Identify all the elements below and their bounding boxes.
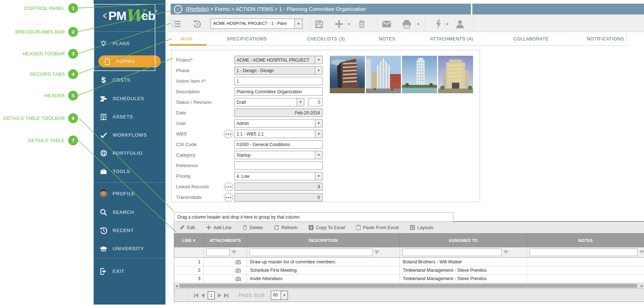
revision-field[interactable]: 0: [308, 98, 323, 106]
sidebar-item-profile[interactable]: PROFILE: [94, 188, 165, 200]
sidebar-item-forms[interactable]: FORMS: [98, 55, 161, 67]
filter-icon[interactable]: [640, 251, 644, 254]
scroll-right-arrow-icon[interactable]: ▶: [641, 284, 643, 288]
delete-icon[interactable]: [358, 20, 366, 29]
wbs-dropdown[interactable]: 2.1 - WBS 2.1▼: [234, 130, 323, 138]
user-icon[interactable]: [455, 19, 465, 29]
phase-dropdown[interactable]: 1 - Design - Design▼: [234, 66, 323, 75]
email-icon[interactable]: [382, 20, 391, 28]
sidebar-item-costs[interactable]: $ COSTS: [94, 74, 165, 86]
sidebar-item-schedules[interactable]: SCHEDULES: [94, 93, 165, 105]
print-dropdown-caret[interactable]: ▼: [415, 22, 421, 27]
chevron-down-icon[interactable]: ▼: [315, 56, 322, 64]
column-header-line[interactable]: LINE #: [174, 234, 204, 247]
priority-dropdown[interactable]: 4. Low▼: [234, 172, 323, 180]
linked-records-field: 3: [234, 183, 323, 191]
collapse-chevron-icon[interactable]: <: [103, 9, 107, 22]
chevron-down-icon[interactable]: ▼: [315, 119, 322, 127]
pmweb-logo[interactable]: <PMWeb®: [94, 0, 165, 32]
column-header-assigned-to[interactable]: ASSIGNED TO: [400, 234, 527, 247]
column-header-description[interactable]: DESCRIPTION: [247, 234, 400, 247]
description-field[interactable]: Planning Committee Organization: [234, 87, 323, 96]
filter-icon[interactable]: [504, 251, 508, 254]
chevron-down-icon[interactable]: ▼: [281, 291, 288, 299]
sidebar-item-plans[interactable]: PLANS: [94, 38, 165, 50]
csi-code-field[interactable]: 01000 - General Conditions: [234, 140, 323, 149]
sidebar-item-tools[interactable]: TOOLS: [94, 165, 165, 177]
transmittals-ellipsis-button[interactable]: ●●●: [224, 193, 233, 201]
linked-records-ellipsis-button[interactable]: ●●●: [224, 183, 233, 191]
add-line-button[interactable]: Add Line: [206, 225, 231, 230]
save-icon[interactable]: [315, 20, 324, 29]
numbered-list-icon[interactable]: 123: [172, 20, 181, 28]
scroll-left-arrow-icon[interactable]: ◀: [175, 284, 178, 288]
chevron-down-icon[interactable]: ▼: [297, 98, 304, 106]
horizontal-scrollbar[interactable]: ◀ ▶: [174, 283, 644, 289]
column-header-attachments[interactable]: ATTACHMENTS: [204, 234, 247, 247]
paste-from-excel-button[interactable]: Paste From Excel: [356, 225, 399, 230]
sidebar-item-recent[interactable]: RECENT: [94, 224, 165, 236]
status-dropdown[interactable]: Draft▼: [234, 98, 304, 106]
tab-checklists[interactable]: CHECKLISTS (3): [307, 36, 345, 42]
sidebar-item-portfolio[interactable]: PORTFOLIO: [94, 147, 165, 159]
sidebar-item-workflows[interactable]: WORKFLOWS: [94, 129, 165, 141]
tab-notes[interactable]: NOTES: [379, 36, 395, 42]
record-selector-dropdown[interactable]: ACME HOSPITAL PROJECT - 1 - Planr ▼: [211, 19, 303, 29]
first-page-icon[interactable]: [194, 293, 199, 298]
chevron-down-icon[interactable]: ▼: [315, 67, 322, 74]
attachments-filter-input[interactable]: [206, 248, 230, 256]
filter-icon[interactable]: [232, 251, 236, 254]
add-icon[interactable]: [334, 19, 344, 29]
lightning-icon[interactable]: [435, 19, 442, 29]
page-size-select[interactable]: 60▼: [271, 291, 288, 300]
chevron-down-icon[interactable]: ▼: [294, 19, 302, 28]
copy-to-excel-button[interactable]: XCopy To Excel: [308, 225, 345, 230]
assigned-to-filter-input[interactable]: [402, 248, 501, 256]
sidebar-item-search[interactable]: SEARCH: [94, 206, 165, 218]
attachments-count-link[interactable]: (0): [235, 259, 241, 264]
action-item-number-field[interactable]: 1: [234, 77, 323, 85]
edit-button[interactable]: Edit: [179, 225, 195, 230]
scrollbar-thumb[interactable]: [179, 284, 637, 288]
description-filter-input[interactable]: [250, 248, 372, 256]
tab-specifications[interactable]: SPECIFICATIONS: [227, 36, 267, 42]
breadcrumb-portfolio-link[interactable]: (Portfolio): [186, 6, 209, 12]
tab-main[interactable]: MAIN: [180, 36, 192, 42]
group-by-drop-zone[interactable]: Drag a column header and drop it here to…: [174, 212, 453, 222]
chevron-down-icon[interactable]: ▼: [315, 172, 322, 180]
tab-collaborate[interactable]: COLLABORATE: [514, 36, 549, 42]
print-icon[interactable]: [402, 20, 411, 28]
sidebar-item-assets[interactable]: ASSETS: [94, 111, 165, 123]
project-dropdown[interactable]: ACME - ACME HOSPITAL PROJECT▼: [234, 56, 323, 64]
table-row[interactable]: 3 (0) Invite Attendees Timberland Manage…: [174, 274, 644, 283]
info-icon[interactable]: i: [174, 5, 182, 13]
table-row[interactable]: 2 (0) Schedule First Meeting Timberland …: [174, 266, 644, 274]
next-page-icon[interactable]: [218, 293, 222, 298]
notes-filter-input[interactable]: [530, 248, 637, 256]
column-header-notes[interactable]: NOTES: [527, 234, 644, 247]
attachments-count-link[interactable]: (0): [235, 276, 241, 281]
lightning-dropdown-caret[interactable]: ▼: [445, 22, 450, 27]
reference-field[interactable]: [234, 161, 323, 170]
add-dropdown-caret[interactable]: ▼: [346, 22, 352, 27]
chevron-down-icon[interactable]: ▼: [315, 151, 322, 159]
attachments-count-link[interactable]: (0): [235, 268, 241, 273]
sidebar-item-exit[interactable]: EXIT: [94, 265, 165, 277]
history-icon[interactable]: 9: [192, 19, 202, 29]
page-size-label: PAGE SIZE: [239, 293, 265, 298]
previous-page-icon[interactable]: [200, 293, 205, 298]
wbs-ellipsis-button[interactable]: ●●●: [224, 130, 233, 138]
filter-icon[interactable]: [375, 251, 379, 254]
tab-attachments[interactable]: ATTACHMENTS (4): [430, 36, 473, 42]
sidebar-item-university[interactable]: UNIVERSITY: [94, 243, 165, 255]
user-dropdown[interactable]: Admin▼: [234, 119, 323, 128]
table-row[interactable]: 1 (0) Draw up master list of commitee me…: [174, 258, 644, 266]
layouts-button[interactable]: Layouts: [410, 225, 433, 230]
chevron-down-icon[interactable]: ▼: [315, 130, 322, 138]
delete-line-button[interactable]: Delete: [242, 225, 263, 230]
current-page-button[interactable]: 1: [208, 291, 215, 299]
tab-notifications[interactable]: NOTIFICATIONS: [587, 36, 624, 42]
category-dropdown[interactable]: Startup▼: [234, 151, 323, 159]
last-page-icon[interactable]: [224, 293, 229, 298]
refresh-button[interactable]: Refresh: [274, 225, 297, 230]
